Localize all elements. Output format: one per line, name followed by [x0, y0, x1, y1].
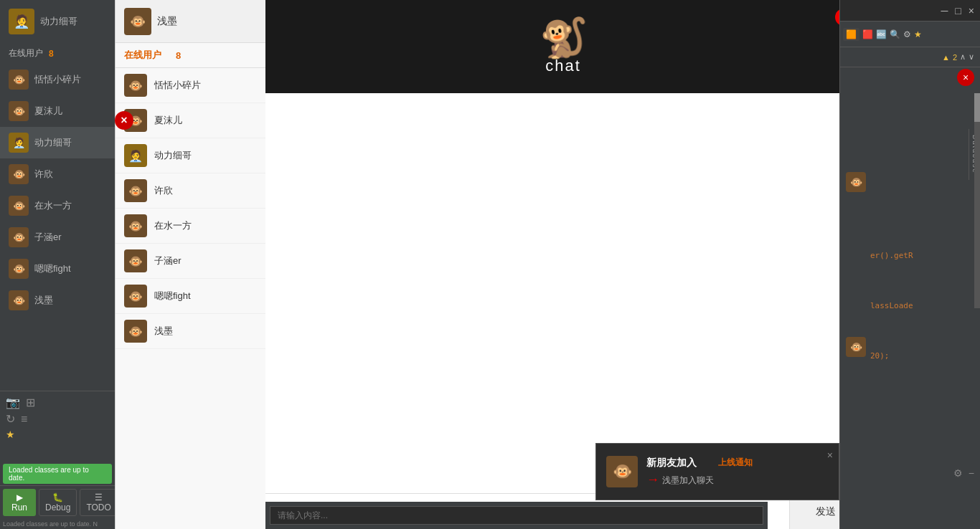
list-item[interactable]: 🧑‍💼 动力细哥 [116, 138, 265, 173]
ide-panel: ─ □ × 🟧 🟥 🔤 🔍 ⚙ ★ ▲ 2 ∧ ∨ × Database 🐵 e… [839, 0, 980, 529]
loaded-classes-status: Loaded classes are up to date. N [0, 519, 115, 529]
bottom-input-bar [265, 502, 768, 529]
notification-content: 新朋友加入 上线通知 → 浅墨加入聊天 [646, 457, 829, 487]
avatar: 🐵 [9, 259, 29, 279]
user-name: 夏沫儿 [154, 114, 182, 127]
arrow-icon: → [646, 472, 659, 487]
user-name: 浅墨 [154, 325, 173, 338]
list-item[interactable]: 🐵 子涵er [116, 244, 265, 279]
user-name: 浅墨 [34, 294, 53, 307]
ide-code-line-2: lassLoade [870, 301, 913, 310]
maximize-button[interactable]: □ [955, 5, 961, 16]
ide-icon-orange[interactable]: 🟧 [843, 28, 859, 41]
ide-icon-translate[interactable]: 🔤 [876, 29, 887, 39]
warning-icon: ▲ [942, 53, 950, 62]
list-icon[interactable]: ≡ [21, 413, 27, 426]
gear-icon[interactable]: ⚙ [953, 467, 963, 479]
star-icon: ★ [6, 429, 15, 440]
notification-popup: 🐵 新朋友加入 上线通知 → 浅墨加入聊天 × [595, 443, 839, 500]
list-item[interactable]: 🐵 许欣 [0, 158, 115, 190]
debug-button[interactable]: 🐛 Debug [39, 489, 77, 516]
avatar: 🐵 [9, 101, 29, 121]
chevron-down-icon[interactable]: ∨ [969, 52, 974, 62]
avatar: 🐵 [9, 290, 29, 310]
avatar: 🐵 [9, 70, 29, 90]
list-item[interactable]: 🐵 在水一方 [0, 190, 115, 221]
user-name: 在水一方 [34, 199, 72, 212]
middle-user-list: 🐵 恬恬小碎片 🐵 夏沫儿 🧑‍💼 动力细哥 🐵 许欣 🐵 在水一方 🐵 子涵e… [116, 68, 265, 529]
minus-icon[interactable]: − [969, 467, 974, 479]
middle-panel: 🐵 浅墨 在线用户 8 🐵 恬恬小碎片 🐵 夏沫儿 🧑‍💼 动力细哥 🐵 许欣 … [115, 0, 265, 529]
close-panel-button[interactable]: × [115, 111, 133, 130]
notification-close-button[interactable]: × [827, 449, 833, 461]
list-item[interactable]: 🐵 在水一方 [116, 209, 265, 244]
user-name: 嗯嗯fight [154, 290, 191, 302]
avatar: 🧑‍💼 [124, 144, 147, 167]
notification-avatar: 🐵 [606, 456, 638, 487]
notification-label: 上线通知 [718, 457, 753, 469]
profile-avatar: 🧑‍💼 [9, 9, 34, 34]
avatar: 🐵 [124, 320, 147, 343]
profile-name: 动力细哥 [40, 15, 77, 28]
ide-warning-row: ▲ 2 ∧ ∨ [840, 47, 980, 67]
monkey-logo-icon: 🐒 [540, 18, 588, 57]
avatar: 🐵 [9, 227, 29, 247]
list-item[interactable]: 🐵 嗯嗯fight [0, 253, 115, 285]
user-name: 嗯嗯fight [34, 262, 71, 275]
ide-icon-search[interactable]: 🔍 [890, 29, 900, 39]
online-count-left: 8 [49, 49, 54, 59]
left-sidebar: 🧑‍💼 动力细哥 在线用户 8 🐵 恬恬小碎片 🐵 夏沫儿 🧑‍💼 动力细哥 🐵… [0, 0, 115, 529]
notification-title: 新朋友加入 [646, 457, 697, 470]
chat-messages [265, 93, 861, 493]
list-item[interactable]: 🐵 恬恬小碎片 [116, 68, 265, 103]
layout-icon[interactable]: ⊞ [26, 396, 35, 409]
avatar: 🐵 [124, 285, 147, 308]
list-item[interactable]: 🐵 浅墨 [116, 314, 265, 349]
user-name: 恬恬小碎片 [154, 79, 201, 92]
refresh-icon[interactable]: ↻ [6, 412, 15, 426]
ide-close-button[interactable]: × [957, 69, 974, 86]
list-item[interactable]: 🧑‍💼 动力细哥 [0, 127, 115, 158]
list-item[interactable]: 🐵 浅墨 [0, 285, 115, 316]
user-name: 动力细哥 [154, 149, 192, 162]
ide-icon-red[interactable]: 🟥 [862, 29, 873, 39]
middle-header-avatar: 🐵 [124, 8, 151, 35]
ide-code-line-1: er().getR [870, 251, 913, 260]
list-item[interactable]: 🐵 子涵er [0, 221, 115, 253]
user-name: 恬恬小碎片 [34, 73, 81, 86]
list-item[interactable]: 🐵 嗯嗯fight [116, 279, 265, 314]
chat-header: 🐒 chat × [265, 0, 861, 93]
bottom-input[interactable] [270, 506, 763, 525]
user-list-left: 🐵 恬恬小碎片 🐵 夏沫儿 🧑‍💼 动力细哥 🐵 许欣 🐵 在水一方 🐵 子涵e… [0, 64, 115, 391]
run-button[interactable]: ▶ Run [3, 489, 36, 516]
user-name: 在水一方 [154, 219, 192, 232]
ide-scrollbar[interactable] [974, 93, 980, 308]
online-label-left: 在线用户 [9, 47, 43, 59]
profile-header: 🧑‍💼 动力细哥 [0, 0, 115, 43]
list-item[interactable]: 🐵 许欣 [116, 173, 265, 209]
ide-bottom-icons: ⚙ − [953, 467, 974, 479]
user-name: 子涵er [154, 254, 182, 267]
middle-header-name: 浅墨 [157, 15, 177, 28]
ide-icon-star[interactable]: ★ [914, 29, 922, 39]
close-button[interactable]: × [969, 5, 974, 16]
user-name: 夏沫儿 [34, 105, 62, 118]
warning-count: 2 [953, 53, 957, 62]
window-controls: ─ □ × [840, 0, 980, 22]
chat-title: chat [545, 57, 581, 75]
ide-user-avatar-1: 🐵 [846, 172, 866, 192]
list-item[interactable]: 🐵 夏沫儿 [116, 103, 265, 138]
todo-button[interactable]: ☰ TODO [80, 489, 117, 516]
list-item[interactable]: 🐵 恬恬小碎片 [0, 64, 115, 95]
user-name: 许欣 [154, 184, 173, 197]
middle-header: 🐵 浅墨 [116, 0, 265, 43]
middle-online-row: 在线用户 8 [116, 43, 265, 68]
minimize-button[interactable]: ─ [941, 5, 948, 16]
ide-user-avatar-2: 🐵 [846, 337, 866, 357]
avatar: 🐵 [9, 196, 29, 216]
camera-icon[interactable]: 📷 [6, 396, 20, 409]
chevron-up-icon[interactable]: ∧ [960, 52, 966, 62]
ide-code-line-3: 20); [870, 351, 890, 361]
list-item[interactable]: 🐵 夏沫儿 [0, 95, 115, 127]
ide-icon-settings[interactable]: ⚙ [903, 29, 911, 39]
